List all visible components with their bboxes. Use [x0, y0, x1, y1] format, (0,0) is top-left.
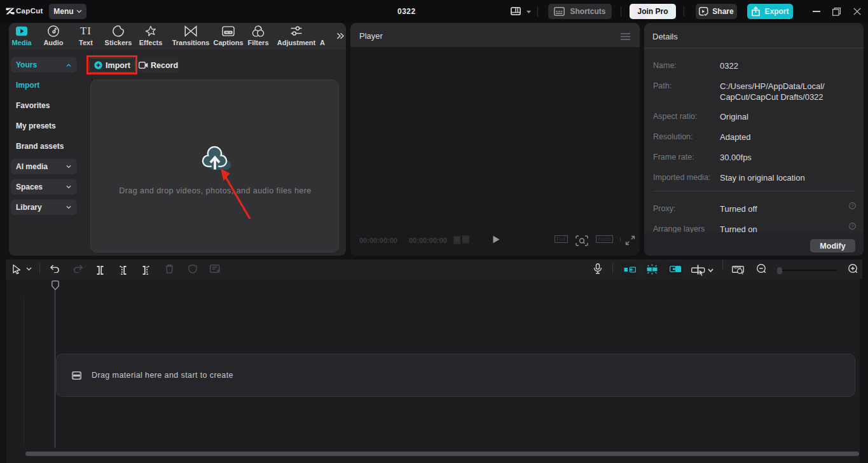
- svg-text:?: ?: [851, 204, 854, 208]
- svg-text:?: ?: [851, 224, 854, 228]
